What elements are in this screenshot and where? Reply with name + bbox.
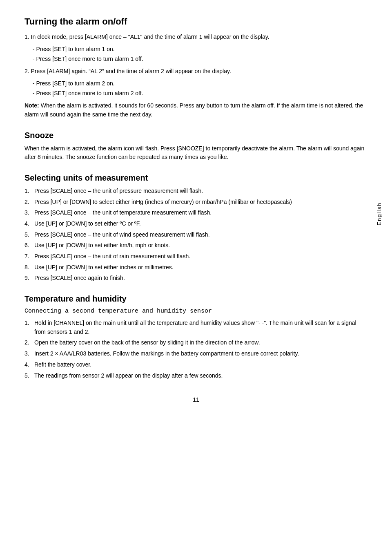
list-item: 2.Press [UP] or [DOWN] to select either … <box>24 198 368 207</box>
list-item: 5.Press [SCALE] once – the unit of wind … <box>24 230 368 239</box>
alarm-bullets-2: Press [SET] to turn alarm 2 on. Press [S… <box>33 79 368 98</box>
alarm-bullet-2-1: Press [SET] to turn alarm 2 on. <box>33 79 368 88</box>
list-item: 5.The readings from sensor 2 will appear… <box>24 371 368 380</box>
snooze-title: Snooze <box>24 131 368 140</box>
list-item: 8.Use [UP] or [DOWN] to set either inche… <box>24 263 368 272</box>
alarm-bullet-2-2: Press [SET] once more to turn alarm 2 of… <box>33 89 368 98</box>
alarm-item1: 1. In clock mode, press [ALARM] once – "… <box>24 33 368 42</box>
snooze-body: When the alarm is activated, the alarm i… <box>24 144 368 162</box>
measurement-section: Selecting units of measurement 1.Press [… <box>24 173 368 283</box>
measurement-list: 1.Press [SCALE] once – the unit of press… <box>24 187 368 283</box>
list-item: 4.Refit the battery cover. <box>24 360 368 369</box>
page-number: 11 <box>24 396 368 403</box>
alarm-bullet-1-2: Press [SET] once more to turn alarm 1 of… <box>33 55 368 64</box>
list-item: 3.Insert 2 × AAA/LR03 batteries. Follow … <box>24 349 368 358</box>
list-item: 2.Open the battery cover on the back of … <box>24 338 368 347</box>
sidebar-language-label: English <box>376 202 382 226</box>
alarm-section: Turning the alarm on/off 1. In clock mod… <box>24 16 368 119</box>
list-item: 6.Use [UP] or [DOWN] to set either km/h,… <box>24 241 368 250</box>
list-item: 4.Use [UP] or [DOWN] to set either ºC or… <box>24 219 368 228</box>
temperature-subtitle: Connecting a second temperature and humi… <box>24 308 368 315</box>
measurement-title: Selecting units of measurement <box>24 173 368 183</box>
list-item: 9.Press [SCALE] once again to finish. <box>24 274 368 283</box>
temperature-section: Temperature and humidity Connecting a se… <box>24 294 368 380</box>
alarm-bullet-1-1: Press [SET] to turn alarm 1 on. <box>33 45 368 54</box>
list-item: 1.Press [SCALE] once – the unit of press… <box>24 187 368 196</box>
temperature-title: Temperature and humidity <box>24 294 368 304</box>
temperature-list: 1.Hold in [CHANNEL] on the main unit unt… <box>24 319 368 380</box>
alarm-bullets-1: Press [SET] to turn alarm 1 on. Press [S… <box>33 45 368 64</box>
list-item: 1.Hold in [CHANNEL] on the main unit unt… <box>24 319 368 336</box>
alarm-note: Note: When the alarm is activated, it so… <box>24 101 368 119</box>
alarm-item2: 2. Press [ALARM] again. “AL 2” and the t… <box>24 67 368 76</box>
alarm-title: Turning the alarm on/off <box>24 16 368 27</box>
snooze-section: Snooze When the alarm is activated, the … <box>24 131 368 162</box>
list-item: 7.Press [SCALE] once – the unit of rain … <box>24 252 368 261</box>
list-item: 3.Press [SCALE] once – the unit of tempe… <box>24 208 368 217</box>
